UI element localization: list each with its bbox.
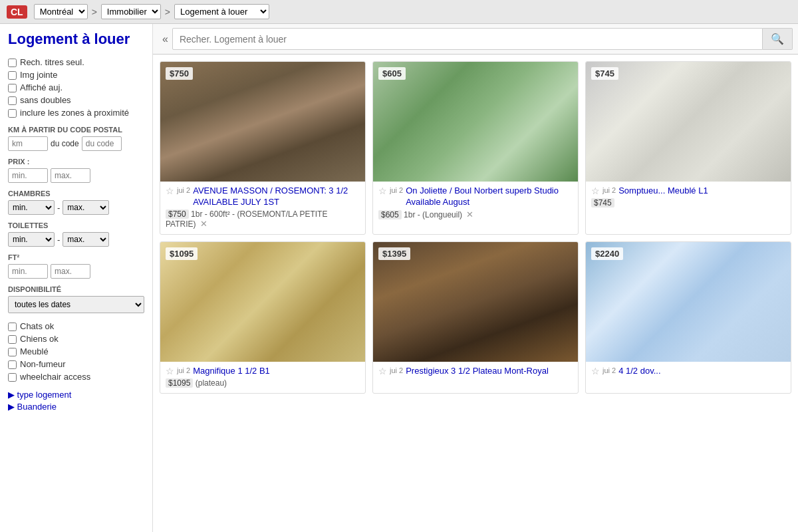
price-badge: $1395	[378, 247, 410, 260]
price-badge: $605	[378, 67, 406, 80]
ft2-label: FT²	[8, 253, 144, 261]
inclure-zones-checkbox[interactable]	[8, 109, 17, 118]
sans-doubles-label: sans doubles	[20, 95, 71, 105]
listing-title[interactable]: Somptueu... Meublé L1	[618, 186, 708, 197]
listing-info: ☆ jui 2 On Joliette / Boul Norbert super…	[373, 182, 578, 225]
listing-date: jui 2	[602, 366, 616, 374]
listing-details: $745	[591, 198, 785, 207]
star-icon[interactable]: ☆	[166, 366, 174, 376]
listing-card[interactable]: $1095 ☆ jui 2 Magnifique 1 1/2 B1 $1095 …	[160, 241, 366, 394]
sidebar: Logement à louer Rech. titres seul. Img …	[0, 24, 153, 532]
ft2-row	[8, 264, 144, 279]
listing-meta: ☆ jui 2 Magnifique 1 1/2 B1	[166, 366, 360, 377]
chambres-separator: -	[57, 203, 60, 213]
toilettes-min-select[interactable]: min.12	[8, 232, 55, 247]
listing-date: jui 2	[390, 186, 403, 194]
listing-title[interactable]: 4 1/2 dov...	[618, 366, 660, 377]
listing-title[interactable]: Magnifique 1 1/2 B1	[193, 366, 270, 377]
meuble-checkbox[interactable]	[8, 348, 17, 356]
search-button[interactable]: 🔍	[763, 28, 793, 50]
star-icon[interactable]: ☆	[591, 186, 600, 196]
listing-card[interactable]: $745 ☆ jui 2 Somptueu... Meublé L1 $745	[585, 61, 791, 235]
listing-info: ☆ jui 2 4 1/2 dov...	[586, 362, 791, 384]
toilettes-separator: -	[57, 235, 60, 245]
ft2-min-input[interactable]	[8, 264, 48, 279]
prix-min-input[interactable]	[8, 168, 48, 183]
content-area: « 🔍 $750 ☆ jui 2 AVENUE MASSON / ROSEMON…	[153, 24, 798, 532]
search-input[interactable]	[172, 28, 763, 50]
toilettes-row: min.12 - max.12	[8, 232, 144, 247]
chiens-checkbox[interactable]	[8, 335, 17, 344]
listing-card[interactable]: $2240 ☆ jui 2 4 1/2 dov...	[585, 241, 791, 394]
price-badge: $745	[591, 67, 618, 80]
main-container: Logement à louer Rech. titres seul. Img …	[0, 24, 798, 532]
listing-card[interactable]: $750 ☆ jui 2 AVENUE MASSON / ROSEMONT: 3…	[160, 61, 366, 235]
filter-checkboxes: Rech. titres seul. Img jointe Affiché au…	[8, 57, 144, 118]
listing-date: jui 2	[177, 186, 190, 194]
prix-label: PRIX :	[8, 158, 144, 166]
dismiss-button[interactable]: ✕	[200, 219, 207, 229]
km-input[interactable]	[8, 136, 48, 151]
subcategory-select[interactable]: Logement à louer Logement à vendre Coloc…	[174, 4, 269, 19]
km-label: KM À PARTIR DU CODE POSTAL	[8, 126, 144, 134]
price-inline: $750	[166, 209, 189, 219]
star-icon[interactable]: ☆	[378, 186, 387, 196]
listing-title[interactable]: On Joliette / Boul Norbert superb Studio…	[406, 186, 573, 208]
listing-info: ☆ jui 2 Prestigieux 3 1/2 Plateau Mont-R…	[373, 362, 578, 384]
listing-card[interactable]: $1395 ☆ jui 2 Prestigieux 3 1/2 Plateau …	[372, 241, 579, 394]
code-input[interactable]	[82, 136, 122, 151]
listing-details: $605 1br - (Longueuil) ✕	[378, 209, 573, 219]
img-jointe-label: Img jointe	[20, 70, 57, 80]
category-select[interactable]: Immobilier Emploi Services	[101, 4, 161, 19]
listing-image: $605	[373, 62, 578, 182]
chambres-max-select[interactable]: max.123	[63, 200, 109, 215]
listing-card[interactable]: $605 ☆ jui 2 On Joliette / Boul Norbert …	[372, 61, 579, 235]
chats-checkbox[interactable]	[8, 323, 17, 331]
listing-image: $1095	[160, 242, 365, 362]
listing-date: jui 2	[177, 366, 190, 374]
wheelchair-checkbox[interactable]	[8, 373, 17, 382]
dispo-select[interactable]: toutes les dates aujourd'hui cette semai…	[8, 296, 144, 313]
prix-row	[8, 168, 144, 183]
sidebar-title: Logement à louer	[8, 31, 144, 48]
listing-date: jui 2	[602, 186, 616, 194]
listing-image: $745	[586, 62, 791, 182]
km-du-code-label: du code	[51, 139, 79, 148]
listing-image: $750	[160, 62, 365, 182]
star-icon[interactable]: ☆	[166, 186, 174, 196]
price-inline: $1095	[166, 378, 193, 388]
sans-doubles-checkbox[interactable]	[8, 96, 17, 105]
buanderie-link[interactable]: ▶ Buanderie	[8, 402, 144, 412]
prix-max-input[interactable]	[51, 168, 90, 183]
separator2: >	[164, 7, 172, 17]
type-logement-link[interactable]: ▶ type logement	[8, 390, 144, 400]
listing-meta: ☆ jui 2 AVENUE MASSON / ROSEMONT: 3 1/2 …	[166, 186, 360, 208]
collapse-button[interactable]: «	[158, 28, 172, 50]
affiche-auj-checkbox[interactable]	[8, 84, 17, 92]
img-jointe-checkbox[interactable]	[8, 71, 17, 80]
listing-meta: ☆ jui 2 4 1/2 dov...	[591, 366, 785, 377]
search-bar: « 🔍	[153, 24, 798, 55]
amenities-group: Chats ok Chiens ok Meublé Non-fumeur whe…	[8, 321, 144, 382]
listing-title[interactable]: AVENUE MASSON / ROSEMONT: 3 1/2 AVAILABL…	[193, 186, 360, 208]
chambres-min-select[interactable]: min.123	[8, 200, 55, 215]
price-badge: $2240	[591, 247, 623, 260]
meuble-label: Meublé	[20, 346, 49, 356]
rech-titres-label: Rech. titres seul.	[20, 57, 84, 67]
rech-titres-checkbox[interactable]	[8, 59, 17, 67]
dismiss-button[interactable]: ✕	[466, 209, 473, 219]
chiens-label: Chiens ok	[20, 334, 59, 344]
toilettes-max-select[interactable]: max.12	[63, 232, 109, 247]
star-icon[interactable]: ☆	[378, 366, 387, 376]
inclure-zones-label: inclure les zones à proximité	[20, 108, 129, 118]
ft2-max-input[interactable]	[51, 264, 90, 279]
price-inline: $745	[591, 198, 614, 207]
star-icon[interactable]: ☆	[591, 366, 600, 376]
listing-title[interactable]: Prestigieux 3 1/2 Plateau Mont-Royal	[406, 366, 549, 377]
chats-label: Chats ok	[20, 321, 54, 331]
price-badge: $1095	[166, 247, 198, 260]
city-select[interactable]: Montréal Québec Toronto	[34, 4, 88, 19]
listing-info: ☆ jui 2 Somptueu... Meublé L1 $745	[586, 182, 791, 213]
nonfumeur-checkbox[interactable]	[8, 360, 17, 369]
listing-date: jui 2	[390, 366, 403, 374]
